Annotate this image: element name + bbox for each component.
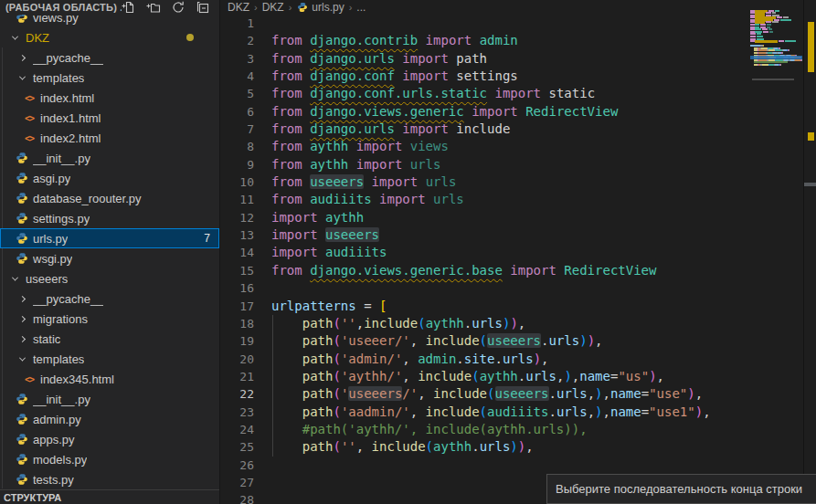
- code-line-10[interactable]: 10from useeers import urls: [220, 173, 816, 191]
- code-line-23[interactable]: 23 path('aadmin/', include(audiiits.urls…: [220, 404, 816, 421]
- code-line-13[interactable]: 13import useeers: [220, 226, 816, 244]
- line-content: from django.contrib import admin: [271, 33, 518, 47]
- line-content: path('aythh/', include(aythh.urls,),name…: [271, 369, 664, 383]
- code-line-24[interactable]: 24 #path('aythh/', include(aythh.urls)),: [220, 421, 816, 438]
- code-line-19[interactable]: 19 path('useeer/', include(useeers.urls)…: [220, 332, 816, 350]
- chevron-right-icon: [15, 291, 29, 306]
- code-line-18[interactable]: 18 path('',include(aythh.urls)),: [220, 315, 816, 332]
- tree-item-label: database_roouter.py: [33, 192, 142, 205]
- line-number: 6: [220, 103, 254, 121]
- tree-item-label: DKZ: [26, 31, 49, 45]
- line-content: from django.urls import include: [271, 121, 510, 136]
- line-content: from django.conf import settings: [271, 68, 518, 83]
- tree-item-label: wsgi.py: [33, 252, 72, 266]
- code-line-14[interactable]: 14import audiiits: [220, 244, 816, 261]
- tree-item--init-py[interactable]: __init__.py: [0, 148, 219, 168]
- tree-item-label: templates: [33, 71, 84, 85]
- code-line-3[interactable]: 3from django.urls import path: [220, 50, 816, 68]
- line-number: 5: [220, 85, 254, 102]
- minimap-line: [750, 71, 802, 74]
- outline-section-header[interactable]: СТРУКТУРА: [0, 489, 219, 504]
- tree-item-settings-py[interactable]: settings.py: [0, 208, 219, 228]
- code-line-15[interactable]: 15from django.views.generic.base import …: [220, 262, 816, 279]
- breadcrumb-item[interactable]: DKZ: [262, 1, 284, 14]
- code-line-5[interactable]: 5from django.conf.urls.static import sta…: [220, 85, 816, 102]
- tree-item-database-roouter-py[interactable]: database_roouter.py: [0, 188, 219, 208]
- line-number: 14: [220, 244, 254, 261]
- python-file-icon: [15, 171, 29, 185]
- tree-item-label: admin.py: [33, 413, 81, 426]
- line-number: 11: [220, 191, 254, 208]
- code-line-17[interactable]: 17urlpatterns = [: [220, 298, 816, 315]
- line-content: from django.urls import path: [271, 51, 487, 66]
- line-content: urlpatterns = [: [271, 299, 387, 313]
- chevron-right-icon: [15, 331, 29, 346]
- code-line-25[interactable]: 25 path('', include(aythh.urls)),: [220, 438, 816, 456]
- tree-item-templates[interactable]: templates: [0, 68, 219, 88]
- tree-item-wsgi-py[interactable]: wsgi.py: [0, 248, 219, 268]
- collapse-folders-icon[interactable]: [196, 0, 210, 15]
- tree-item-index1-html[interactable]: <>index1.html: [0, 108, 219, 128]
- tree-item-label: index2.html: [40, 131, 101, 145]
- line-content: from django.views.generic.base import Re…: [271, 263, 656, 278]
- tree-item-static[interactable]: static: [0, 329, 219, 349]
- tree-item-admin-py[interactable]: admin.py: [0, 409, 219, 429]
- code-line-4[interactable]: 4from django.conf import settings: [220, 68, 816, 85]
- line-number: 2: [220, 32, 254, 49]
- line-content: path('useeer/', include(useeers.urls)),: [271, 333, 603, 348]
- tree-item-models-py[interactable]: models.py: [0, 449, 219, 469]
- line-number: 7: [220, 121, 254, 138]
- refresh-icon[interactable]: [171, 0, 185, 15]
- chevron-down-icon: [15, 352, 29, 366]
- overview-ruler[interactable]: [803, 0, 816, 504]
- minimap[interactable]: [750, 7, 802, 99]
- tree-item-templates[interactable]: templates: [0, 349, 219, 369]
- vscode-window: views.pyDKZ__pycache__templates<>index.h…: [0, 0, 816, 504]
- code-line-12[interactable]: 12import aythh: [220, 209, 816, 226]
- explorer-sidebar: views.pyDKZ__pycache__templates<>index.h…: [0, 0, 219, 504]
- code-line-6[interactable]: 6from django.views.generic import Redire…: [220, 103, 816, 121]
- breadcrumb-item[interactable]: urls.py: [296, 1, 344, 14]
- tree-item-label: tests.py: [33, 473, 74, 487]
- tree-item--pycache-[interactable]: __pycache__: [0, 289, 219, 309]
- new-folder-icon[interactable]: [146, 0, 161, 15]
- code-line-7[interactable]: 7from django.urls import include: [220, 121, 816, 138]
- tree-item--init-py[interactable]: __init__.py: [0, 389, 219, 409]
- code-line-11[interactable]: 11from audiiits import urls: [220, 191, 816, 208]
- tree-item-label: __init__.py: [33, 152, 90, 165]
- code-line-1[interactable]: 1: [220, 15, 816, 32]
- code-line-2[interactable]: 2from django.contrib import admin: [220, 32, 816, 49]
- tree-item-label: index1.html: [40, 111, 101, 125]
- code-line-26[interactable]: 26: [220, 457, 816, 474]
- tree-item-asgi-py[interactable]: asgi.py: [0, 168, 219, 188]
- breadcrumb-item[interactable]: ...: [356, 1, 366, 14]
- tree-item--pycache-[interactable]: __pycache__: [0, 47, 219, 68]
- code-area[interactable]: 12from django.contrib import admin3from …: [220, 15, 816, 504]
- ruler-warning-mark: [808, 22, 814, 72]
- code-line-16[interactable]: 16: [220, 279, 816, 297]
- tree-item-useeers[interactable]: useeers: [0, 268, 219, 289]
- tree-item-index345-html[interactable]: <>index345.html: [0, 369, 219, 389]
- tree-item-label: index.html: [40, 91, 94, 105]
- tree-item-migrations[interactable]: migrations: [0, 309, 219, 329]
- code-line-22[interactable]: 22 path('useeers/', include(useeers.urls…: [220, 385, 816, 403]
- tree-item-dkz[interactable]: DKZ: [0, 27, 219, 47]
- tree-item-label: __pycache__: [33, 51, 103, 65]
- tree-item-index-html[interactable]: <>index.html: [0, 88, 219, 108]
- code-line-20[interactable]: 20 path('admin/', admin.site.urls),: [220, 351, 816, 368]
- tree-item-urls-py[interactable]: urls.py7: [0, 228, 219, 248]
- tree-item-label: settings.py: [33, 212, 90, 226]
- line-content: #path('aythh/', include(aythh.urls)),: [271, 422, 588, 436]
- tree-item-index2-html[interactable]: <>index2.html: [0, 128, 219, 148]
- code-line-8[interactable]: 8from aythh import views: [220, 138, 816, 155]
- tree-item-tests-py[interactable]: tests.py: [0, 469, 219, 489]
- breadcrumb-item[interactable]: DKZ: [228, 1, 249, 14]
- code-line-9[interactable]: 9from aythh import urls: [220, 156, 816, 173]
- line-number: 1: [220, 15, 254, 32]
- minimap-offscreen-content: [752, 79, 794, 80]
- new-file-icon[interactable]: [122, 0, 136, 15]
- tree-item-label: useeers: [26, 272, 68, 286]
- tree-item-apps-py[interactable]: apps.py: [0, 429, 219, 449]
- code-line-21[interactable]: 21 path('aythh/', include(aythh.urls,),n…: [220, 368, 816, 385]
- line-number: 16: [220, 279, 254, 297]
